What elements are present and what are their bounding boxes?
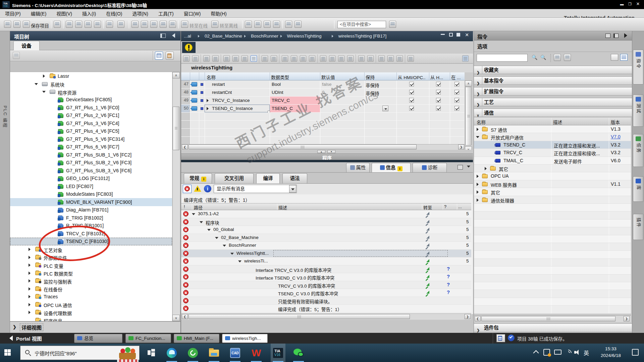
print-icon[interactable]	[54, 21, 61, 28]
var-row-48[interactable]: 48restartCntUDInt0非保持	[181, 88, 465, 97]
refresh2-icon[interactable]	[396, 55, 403, 62]
tree-item-G7-RT-Plus-SUB-3-V6-FC6-[interactable]: G7_RT_Plus_SUB_3_V6 [FC6]	[10, 167, 172, 175]
tray-expand-icon[interactable]	[533, 350, 539, 356]
comm-collapsed-icon[interactable]	[477, 175, 479, 178]
copy-icon[interactable]	[75, 21, 82, 28]
comm-collapsed-icon[interactable]	[477, 183, 479, 186]
tia-taskbar-icon[interactable]: TIAV16	[273, 348, 283, 358]
goto-arrow-icon[interactable]	[425, 251, 429, 255]
comm-row-8[interactable]: 其它	[474, 188, 631, 196]
tree-item-G7-RT-Plus-2-V6-FC1-[interactable]: G7_RT_Plus_2_V6 [FC1]	[10, 112, 172, 120]
menu-item-0[interactable]: 项目(P)	[0, 10, 26, 17]
in-hmi-checkbox[interactable]	[454, 90, 459, 95]
inspector-float-icon[interactable]	[458, 165, 463, 170]
editor-close-icon[interactable]: ✕	[465, 32, 469, 38]
breadcrumb-seg-4[interactable]: wirelessTightting [FB17]	[338, 34, 387, 39]
compile-icon[interactable]	[131, 21, 139, 28]
layout2-icon[interactable]	[232, 55, 239, 62]
tree-item-MOVE-BLK-VARIANT-FC900-[interactable]: MOVE_BLK_VARIANT [FC900]	[10, 198, 172, 206]
tree-item-G7-RT-Plus-5-V6-FC314-[interactable]: G7_RT_Plus_5_V6 [FC314]	[10, 135, 172, 143]
favorites-icon[interactable]	[251, 55, 257, 62]
wps-icon[interactable]: W	[251, 348, 262, 358]
tree-item--[interactable]: 程序资源	[10, 88, 172, 96]
var-row-47[interactable]: 47restartBoolfalse非保持	[181, 80, 465, 88]
goto-arrow-icon[interactable]	[425, 243, 429, 247]
error-row-10[interactable]: TSEND_C V3.0 的库版本冲突?	[181, 289, 471, 297]
insp-hscroll-right[interactable]: ❯	[465, 314, 471, 319]
var-col-header-6[interactable]: 在 ...	[451, 74, 461, 80]
split-vertical-icon[interactable]	[294, 21, 302, 28]
comm-collapsed-icon[interactable]	[477, 128, 479, 131]
col-bang[interactable]: !	[184, 204, 185, 209]
comm-row-13[interactable]	[474, 227, 631, 235]
level1-icon[interactable]	[358, 55, 365, 62]
hmi-opc-checkbox[interactable]	[409, 106, 414, 111]
tree-item-TRCV-C-FB1031-[interactable]: TRCV_C [FB1031]	[10, 230, 172, 238]
comm-row-11[interactable]	[474, 212, 631, 219]
help-question-icon[interactable]: ?	[447, 282, 450, 287]
side-tab-1[interactable]: 测试	[633, 95, 643, 127]
expand-arrow-icon[interactable]	[29, 295, 31, 298]
comm-row-22[interactable]	[474, 298, 631, 306]
var-row-empty[interactable]	[181, 113, 465, 121]
comment-icon[interactable]	[241, 55, 248, 62]
insp-hscroll-thumb[interactable]	[189, 314, 410, 319]
editor-restore-icon[interactable]	[449, 33, 453, 37]
tree-item-OPC-UA-[interactable]: OPC UA 通信	[10, 301, 172, 309]
window1-icon[interactable]	[254, 21, 261, 28]
breadcrumb-seg-0[interactable]: ...al	[184, 34, 191, 39]
delete-icon[interactable]	[94, 21, 101, 28]
float-panel-icon[interactable]	[160, 34, 166, 38]
filter-errors-button[interactable]	[183, 185, 192, 193]
inspector-subtab-2[interactable]: 编译	[256, 173, 280, 183]
goto2-icon[interactable]	[329, 55, 335, 62]
comm-row-19[interactable]	[474, 275, 631, 282]
in-hmi-checkbox[interactable]	[454, 98, 459, 103]
tray-pc-icon[interactable]	[554, 350, 561, 355]
collapse-panel-icon[interactable]	[172, 33, 175, 38]
col-path[interactable]: 路径	[194, 204, 203, 210]
col-goto[interactable]: 转至	[423, 204, 432, 210]
tree-item-ModuleStates-FC803-[interactable]: ModuleStates [FC803]	[10, 190, 172, 198]
var-col-header-5[interactable]: 从 H...	[430, 74, 443, 80]
detail-view-bar[interactable]: ❯详细视图	[10, 321, 180, 333]
breadcrumb-seg-1[interactable]: 02_Base_Machine	[205, 34, 242, 39]
var-expand-icon[interactable]	[207, 99, 209, 102]
tree-item-G7-RT-Plus-SUB-1-V6-FC2-[interactable]: G7_RT_Plus_SUB_1_V6 [FC2]	[10, 151, 172, 159]
tree-item-PLC-[interactable]: PLC 数据类型	[10, 269, 172, 277]
tree-item-Diag-Alarm-FB701-[interactable]: Diag_Alarm [FB701]	[10, 206, 172, 214]
undo-icon[interactable]	[106, 21, 113, 28]
error-row-2[interactable]: 00_Global5	[181, 226, 471, 234]
help-question-icon[interactable]: ?	[447, 274, 450, 279]
splitter-up[interactable]: ▲	[317, 150, 325, 153]
comm-row-23[interactable]	[474, 306, 631, 313]
copy-block-icon[interactable]	[291, 55, 297, 62]
table-settings-icon[interactable]	[462, 55, 469, 62]
error-expand-icon[interactable]	[192, 213, 195, 215]
level2-icon[interactable]	[367, 55, 374, 62]
comm-row-1[interactable]: 开放式用户通信V7.0	[474, 133, 631, 141]
start-cpu-icon[interactable]	[160, 21, 167, 28]
from-hmi-checkbox[interactable]	[436, 98, 441, 103]
menu-item-1[interactable]: 编辑(E)	[26, 10, 52, 17]
inspector-subtab-0[interactable]: 常规i	[184, 173, 212, 183]
from-hmi-checkbox[interactable]	[436, 82, 441, 86]
comm-row-7[interactable]: WEB 服务器V1.1	[474, 180, 631, 188]
hmi-opc-checkbox[interactable]	[409, 98, 414, 103]
var-row-empty[interactable]	[181, 121, 465, 129]
comm-row-20[interactable]	[474, 282, 631, 290]
portal-back-icon[interactable]	[9, 336, 13, 341]
goto-arrow-icon[interactable]	[425, 275, 429, 279]
tree-export-icon[interactable]	[166, 52, 174, 60]
cad-icon[interactable]: CAD	[230, 348, 240, 358]
var-hscroll-thumb[interactable]	[189, 144, 417, 149]
goto-arrow-icon[interactable]	[425, 228, 429, 232]
goto3-icon[interactable]	[338, 55, 344, 62]
portal-tab-3[interactable]: wirelessTigh...	[222, 334, 268, 343]
pause-icon[interactable]	[378, 55, 385, 62]
go-offline-label[interactable]: 转至离线	[220, 22, 238, 29]
layout1-icon[interactable]	[223, 55, 230, 62]
retain-dropdown[interactable]	[382, 106, 388, 111]
insp-hscroll-left[interactable]: ❮	[182, 314, 188, 319]
tree-item-LED-FC807-[interactable]: LED [FC807]	[10, 182, 172, 190]
